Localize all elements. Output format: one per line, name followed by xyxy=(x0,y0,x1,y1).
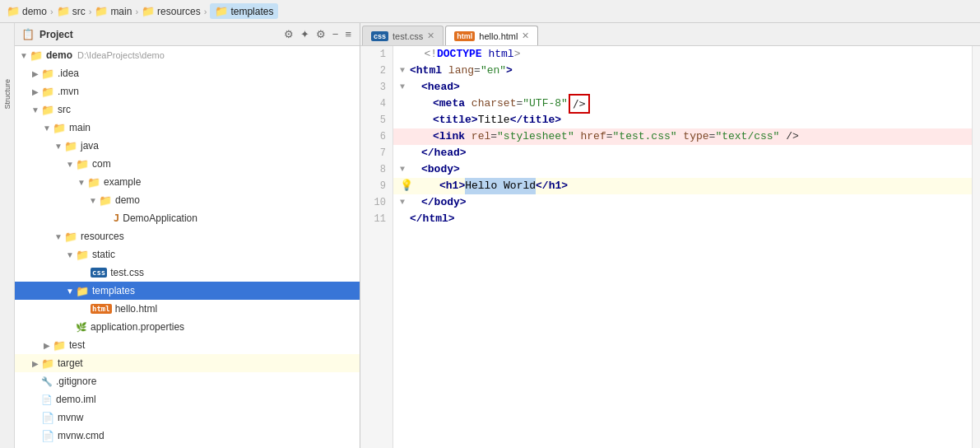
tree-item[interactable]: ▶ 📁 target xyxy=(15,354,360,372)
tree-item[interactable]: ▼ 📁 main xyxy=(15,119,360,137)
folder-icon: 📁 xyxy=(95,5,108,17)
expand-arrow: ▶ xyxy=(30,69,41,78)
tree-item[interactable]: ▶ 📁 test xyxy=(15,336,360,354)
tree-item-label: main xyxy=(69,122,91,133)
add-icon[interactable]: ✦ xyxy=(299,27,311,41)
red-box-element: /> xyxy=(569,94,590,114)
tree-item-label: .idea xyxy=(58,68,79,79)
project-folder-icon: 📋 xyxy=(21,28,35,40)
minus-icon[interactable]: − xyxy=(331,27,341,41)
tree-root[interactable]: ▼ 📁 demo D:\IdeaProjects\demo xyxy=(15,46,360,64)
code-line-8: ▼ <body> xyxy=(393,161,972,178)
tree-item[interactable]: ▶ 📄 demo.iml xyxy=(15,390,360,408)
breadcrumb-demo[interactable]: 📁 demo xyxy=(7,5,47,17)
code-editor: 1 2 3 4 5 6 7 8 9 10 11 <!DOCTYPE html> xyxy=(360,46,980,448)
tab-hellohtml[interactable]: html hello.html ✕ xyxy=(445,26,538,45)
project-tree: ▼ 📁 demo D:\IdeaProjects\demo ▶ 📁 .idea … xyxy=(15,46,360,448)
tree-item-label: DemoApplication xyxy=(123,212,197,224)
expand-arrow: ▼ xyxy=(53,232,64,241)
code-text: "en" xyxy=(481,63,506,79)
tree-item[interactable]: ▶ css test.css xyxy=(15,264,360,282)
code-text: </body> xyxy=(421,194,467,211)
tree-item[interactable]: ▶ 📁 .idea xyxy=(15,64,360,82)
folder-icon: 📁 xyxy=(41,68,54,80)
expand-arrow: ▶ xyxy=(30,359,41,368)
code-line-2: ▼ <html lang = "en" > xyxy=(393,63,972,79)
breadcrumb-sep-3: › xyxy=(135,7,138,16)
line-num-9: 9 xyxy=(360,178,392,194)
tree-item[interactable]: ▼ 📁 static xyxy=(15,245,360,264)
fold-arrow: ▼ xyxy=(400,194,405,211)
code-text: </head> xyxy=(421,145,467,161)
tree-item-label: static xyxy=(92,249,115,260)
tree-item-label: java xyxy=(81,140,99,152)
breadcrumb-resources[interactable]: 📁 resources xyxy=(142,5,201,17)
folder-icon: 📁 xyxy=(142,5,155,17)
tab-testcss[interactable]: css test.css ✕ xyxy=(362,26,444,45)
fold-arrow: ▼ xyxy=(400,79,405,96)
tab-close-button[interactable]: ✕ xyxy=(427,30,434,41)
tree-item[interactable]: ▼ 📁 example xyxy=(15,173,360,191)
tree-item[interactable]: ▶ m pom.xml xyxy=(15,445,360,448)
breadcrumb-main[interactable]: 📁 main xyxy=(95,5,132,17)
expand-arrow: ▼ xyxy=(41,124,53,133)
tree-item-label: .mvn xyxy=(58,86,79,97)
tree-item-templates[interactable]: ▼ 📁 templates xyxy=(15,282,360,300)
fold-arrow: ▼ xyxy=(400,161,405,178)
tree-item[interactable]: ▶ 📁 .mvn xyxy=(15,82,360,100)
expand-arrow: ▶ xyxy=(41,341,53,350)
tab-close-button[interactable]: ✕ xyxy=(522,30,529,41)
tree-item-label: resources xyxy=(81,231,124,242)
folder-icon: 📁 xyxy=(64,231,77,243)
settings-icon[interactable]: ⚙ xyxy=(282,27,295,41)
code-text: Hello World xyxy=(465,178,536,194)
line-num-1: 1 xyxy=(360,46,392,63)
code-text xyxy=(574,128,581,145)
tree-item[interactable]: ▼ 📁 java xyxy=(15,137,360,155)
tree-item[interactable]: ▼ 📁 src xyxy=(15,100,360,119)
tree-item[interactable]: ▼ 📁 com xyxy=(15,155,360,173)
more-icon[interactable]: ≡ xyxy=(343,27,353,41)
code-text: Title xyxy=(478,112,510,128)
tree-item[interactable]: ▶ 🌿 application.properties xyxy=(15,318,360,336)
code-text: > xyxy=(506,63,513,79)
code-text: <link xyxy=(433,128,465,145)
scrollbar[interactable] xyxy=(972,46,980,448)
tree-item[interactable]: ▶ html hello.html xyxy=(15,300,360,318)
expand-arrow: ▼ xyxy=(64,250,76,259)
tree-item-label: target xyxy=(58,357,83,369)
code-line-3: ▼ <head> xyxy=(393,79,972,96)
project-panel: 📋 Project ⚙ ✦ ⚙ − ≡ ▼ 📁 demo D:\IdeaProj… xyxy=(15,23,360,448)
code-text xyxy=(442,63,448,79)
tree-item[interactable]: ▶ 🔧 .gitignore xyxy=(15,372,360,390)
panel-header: 📋 Project ⚙ ✦ ⚙ − ≡ xyxy=(15,23,360,46)
code-text: "UTF-8" xyxy=(523,96,568,112)
code-line-1: <!DOCTYPE html> xyxy=(393,46,972,63)
tree-item[interactable]: ▶ 📄 mvnw xyxy=(15,408,360,427)
code-text: lang xyxy=(448,63,474,79)
structure-tab[interactable]: Structure xyxy=(2,76,13,113)
code-line-10: ▼ </body> xyxy=(393,194,972,211)
code-text: "text/css" xyxy=(715,128,779,145)
code-text xyxy=(465,128,471,145)
folder-icon: 📁 xyxy=(53,122,66,134)
tree-item[interactable]: ▼ 📁 resources xyxy=(15,227,360,245)
code-text: = xyxy=(474,63,481,79)
breadcrumb-templates[interactable]: 📁 templates xyxy=(210,3,278,19)
code-text: <head> xyxy=(421,79,460,96)
code-line-6: ▼ <link rel = "stylesheet" href = "test.… xyxy=(393,128,972,145)
tree-item[interactable]: ▶ J DemoApplication xyxy=(15,209,360,227)
code-text: charset xyxy=(471,96,517,112)
code-content[interactable]: <!DOCTYPE html> ▼ <html lang = "en" > ▼ … xyxy=(393,46,972,448)
tree-item-label: com xyxy=(92,158,111,170)
tree-item[interactable]: ▶ 📄 mvnw.cmd xyxy=(15,427,360,445)
tree-item-label: demo.iml xyxy=(56,394,96,405)
code-text: = xyxy=(709,128,716,145)
folder-icon: 📁 xyxy=(87,176,100,189)
tree-item[interactable]: ▼ 📁 demo xyxy=(15,191,360,209)
folder-icon: 📁 xyxy=(64,140,77,152)
breadcrumb-src[interactable]: 📁 src xyxy=(57,5,86,17)
gear-icon[interactable]: ⚙ xyxy=(314,27,327,41)
line-num-10: 10 xyxy=(360,194,392,211)
folder-icon: 📁 xyxy=(57,5,70,17)
